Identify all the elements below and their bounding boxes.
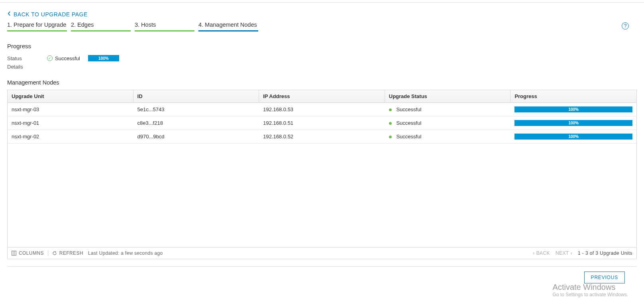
- back-link-text: BACK TO UPGRADE PAGE: [14, 11, 88, 18]
- col-header-upgrade-unit[interactable]: Upgrade Unit: [8, 90, 134, 102]
- row-progress-bar: 100%: [514, 134, 632, 140]
- pager-next-label: NEXT: [556, 250, 569, 256]
- wizard-step-label: 3. Hosts: [135, 22, 156, 28]
- wizard-step-label: 2. Edges: [71, 22, 94, 28]
- details-label: Details: [7, 64, 637, 70]
- refresh-label: REFRESH: [59, 250, 83, 256]
- cell-id: 5e1c...5743: [134, 103, 259, 116]
- chevron-left-icon: ‹: [533, 250, 534, 256]
- pager-back-button[interactable]: ‹ BACK: [533, 250, 550, 256]
- col-header-ip-address[interactable]: IP Address: [259, 90, 385, 102]
- status-value: ✓ Successful: [47, 55, 80, 61]
- bottom-action-bar: PREVIOUS: [7, 267, 637, 283]
- refresh-icon: [52, 251, 57, 256]
- pager-back-label: BACK: [536, 250, 550, 256]
- cell-id: d970...9bcd: [134, 130, 259, 143]
- columns-icon: [12, 251, 16, 256]
- cell-ip: 192.168.0.51: [259, 116, 385, 130]
- status-dot-icon: [389, 108, 392, 111]
- col-header-progress[interactable]: Progress: [510, 90, 636, 102]
- overall-progress-text: 100%: [98, 56, 109, 61]
- col-header-id[interactable]: ID: [134, 90, 259, 102]
- table-row[interactable]: nsxt-mgr-01 c8e3...f218 192.168.0.51 Suc…: [8, 116, 636, 130]
- pager-range-text: 1 - 3 of 3 Upgrade Units: [578, 250, 632, 256]
- cell-ip: 192.168.0.52: [259, 130, 385, 143]
- management-nodes-title: Management Nodes: [7, 79, 637, 86]
- cell-progress: 100%: [510, 116, 636, 130]
- cell-progress: 100%: [510, 103, 636, 116]
- status-dot-icon: [389, 122, 392, 125]
- table-body: nsxt-mgr-03 5e1c...5743 192.168.0.53 Suc…: [8, 103, 636, 247]
- cell-status: Successful: [385, 130, 511, 143]
- chevron-right-icon: ›: [571, 250, 572, 256]
- status-dot-icon: [389, 136, 392, 138]
- help-icon[interactable]: ?: [622, 22, 629, 30]
- table-row[interactable]: nsxt-mgr-03 5e1c...5743 192.168.0.53 Suc…: [8, 103, 636, 116]
- cell-status-text: Successful: [396, 120, 421, 126]
- wizard-steps: 1. Prepare for Upgrade 2. Edges 3. Hosts…: [7, 22, 637, 31]
- status-label: Status: [7, 55, 39, 61]
- svg-rect-0: [12, 251, 16, 256]
- table-row[interactable]: nsxt-mgr-02 d970...9bcd 192.168.0.52 Suc…: [8, 130, 636, 144]
- cell-upgrade-unit: nsxt-mgr-03: [8, 103, 134, 116]
- footer-separator: [48, 250, 48, 256]
- cell-upgrade-unit: nsxt-mgr-02: [8, 130, 134, 143]
- progress-section-title: Progress: [7, 43, 637, 49]
- pager-next-button[interactable]: NEXT ›: [556, 250, 572, 256]
- wizard-step-prepare[interactable]: 1. Prepare for Upgrade: [7, 22, 67, 31]
- last-updated-text: Last Updated: a few seconds ago: [88, 250, 163, 256]
- row-progress-bar: 100%: [514, 106, 632, 112]
- back-to-upgrade-link[interactable]: BACK TO UPGRADE PAGE: [7, 11, 88, 18]
- wizard-step-edges[interactable]: 2. Edges: [71, 22, 131, 31]
- chevron-left-icon: [7, 11, 11, 18]
- cell-upgrade-unit: nsxt-mgr-01: [8, 116, 134, 130]
- row-progress-text: 100%: [568, 134, 579, 139]
- cell-status: Successful: [385, 103, 511, 116]
- cell-progress: 100%: [510, 130, 636, 143]
- cell-id: c8e3...f218: [134, 116, 259, 130]
- cell-status: Successful: [385, 116, 511, 130]
- row-progress-bar: 100%: [514, 120, 632, 126]
- previous-button[interactable]: PREVIOUS: [584, 272, 625, 283]
- check-circle-icon: ✓: [47, 55, 53, 61]
- overall-progress-bar: 100%: [88, 55, 119, 61]
- cell-status-text: Successful: [396, 134, 421, 140]
- table-header-row: Upgrade Unit ID IP Address Upgrade Statu…: [8, 90, 636, 103]
- status-text: Successful: [55, 55, 80, 61]
- cell-ip: 192.168.0.53: [259, 103, 385, 116]
- columns-label: COLUMNS: [19, 250, 44, 256]
- refresh-button[interactable]: REFRESH: [52, 250, 83, 256]
- table-empty-area: [8, 144, 636, 247]
- col-header-upgrade-status[interactable]: Upgrade Status: [385, 90, 511, 102]
- row-progress-text: 100%: [568, 121, 579, 125]
- cell-status-text: Successful: [396, 106, 421, 112]
- wizard-step-management-nodes[interactable]: 4. Management Nodes: [198, 22, 258, 31]
- management-nodes-table: Upgrade Unit ID IP Address Upgrade Statu…: [7, 90, 637, 259]
- wizard-step-hosts[interactable]: 3. Hosts: [135, 22, 194, 31]
- row-progress-text: 100%: [568, 107, 579, 112]
- table-footer: COLUMNS REFRESH Last Updated: a few seco…: [8, 247, 636, 259]
- wizard-step-label: 1. Prepare for Upgrade: [7, 22, 66, 28]
- wizard-step-label: 4. Management Nodes: [198, 22, 257, 28]
- status-row: Status ✓ Successful 100%: [7, 55, 637, 61]
- columns-button[interactable]: COLUMNS: [12, 250, 44, 256]
